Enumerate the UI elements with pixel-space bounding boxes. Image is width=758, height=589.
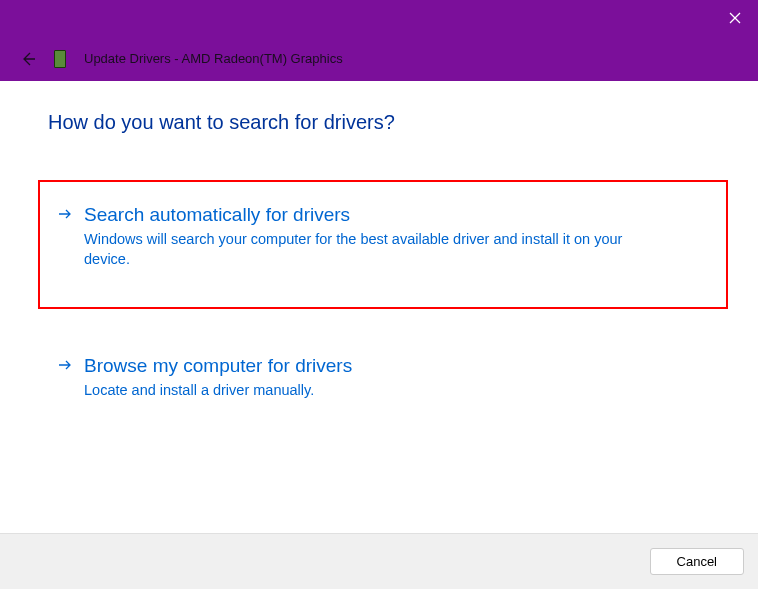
close-button[interactable] (712, 0, 758, 36)
option-search-automatically[interactable]: Search automatically for drivers Windows… (38, 180, 728, 309)
arrow-right-icon (58, 358, 72, 376)
arrow-left-icon (20, 51, 36, 67)
close-icon (729, 12, 741, 24)
header: Update Drivers - AMD Radeon(TM) Graphics (0, 36, 758, 81)
cancel-button[interactable]: Cancel (650, 548, 744, 575)
back-button[interactable] (20, 51, 36, 67)
header-title: Update Drivers - AMD Radeon(TM) Graphics (84, 51, 343, 66)
footer: Cancel (0, 533, 758, 589)
option-title: Search automatically for drivers (84, 204, 644, 226)
option-desc: Windows will search your computer for th… (84, 230, 644, 269)
option-browse-computer[interactable]: Browse my computer for drivers Locate an… (48, 333, 710, 427)
device-icon (54, 50, 66, 68)
option-title: Browse my computer for drivers (84, 355, 644, 377)
content-area: How do you want to search for drivers? S… (0, 81, 758, 533)
arrow-right-icon (58, 207, 72, 225)
option-text: Browse my computer for drivers Locate an… (84, 355, 644, 401)
option-text: Search automatically for drivers Windows… (84, 204, 644, 269)
titlebar (0, 0, 758, 36)
option-desc: Locate and install a driver manually. (84, 381, 644, 401)
page-heading: How do you want to search for drivers? (48, 111, 710, 134)
